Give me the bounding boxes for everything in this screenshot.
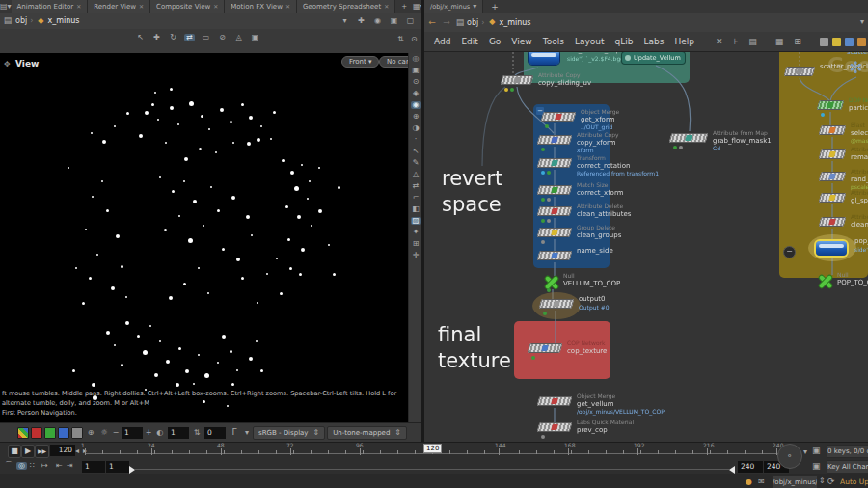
menu-help[interactable]: Help xyxy=(674,37,694,46)
contrast-icon[interactable]: ◐ xyxy=(154,429,166,437)
pose-icon[interactable]: △ xyxy=(411,171,421,178)
range-start-field[interactable]: 1 xyxy=(82,461,105,473)
bg-swatch-2[interactable] xyxy=(44,427,56,439)
black-field[interactable]: 0 xyxy=(204,427,226,439)
node-scatter_particles[interactable] xyxy=(784,67,816,76)
bg-swatch-3[interactable] xyxy=(58,427,69,439)
camera-icon[interactable]: ▣ xyxy=(250,34,260,41)
node-prev_cop[interactable] xyxy=(537,422,573,432)
caret-icon[interactable]: ▾ xyxy=(243,429,251,437)
brush-icon[interactable]: ✎ xyxy=(411,159,421,167)
range-slider-end-handle[interactable] xyxy=(729,466,735,474)
key-button[interactable]: ⚬ xyxy=(777,444,802,469)
node-rand_scale[interactable] xyxy=(819,172,847,181)
material-icon[interactable]: ◧ xyxy=(411,205,421,213)
current-frame-field[interactable]: 120 xyxy=(50,445,75,456)
grid-icon[interactable]: ▦ xyxy=(775,38,784,46)
menu-layout[interactable]: Layout xyxy=(575,37,605,46)
snapshot-icon[interactable]: ▣ xyxy=(411,67,421,74)
caret-icon[interactable]: ▾ xyxy=(860,18,864,26)
bulb-icon[interactable]: ◉ xyxy=(411,101,421,109)
auto-update-label[interactable]: Auto Up xyxy=(840,477,868,486)
bg-swatch-1[interactable] xyxy=(31,427,42,439)
cells-icon[interactable]: ⊞ xyxy=(794,38,801,46)
network-tab[interactable]: /obj/x_minus▾ xyxy=(424,0,483,13)
tab-geometry-spreadsheet[interactable]: Geometry Spreadsheet✕ xyxy=(297,0,395,13)
plus-icon[interactable]: + xyxy=(145,429,152,437)
range-slider-track[interactable] xyxy=(135,469,729,470)
caret-icon[interactable]: ▾ xyxy=(339,17,350,25)
node-name-label[interactable]: clean_attributes xyxy=(577,210,632,219)
close-icon[interactable]: ✕ xyxy=(285,3,290,10)
node-name-label[interactable]: POP_TO_COP xyxy=(837,279,868,287)
node-name-label[interactable]: copy_sliding_uv xyxy=(538,79,591,88)
node-name-label[interactable]: output0 xyxy=(579,295,610,304)
help-icon[interactable]: ⊙ xyxy=(411,36,418,43)
render-icon[interactable]: ◬ xyxy=(233,34,244,41)
handles-icon[interactable]: ⇄ xyxy=(411,182,421,190)
node-name-label[interactable]: get_xform xyxy=(581,116,619,124)
menu-labs[interactable]: Labs xyxy=(643,37,664,46)
link-icon[interactable]: ⇅ xyxy=(397,36,404,43)
maximize-icon[interactable]: ▦ xyxy=(413,3,420,11)
levels-icon[interactable]: ⇅ xyxy=(191,429,203,437)
node-name-label[interactable]: name_side xyxy=(577,247,613,256)
goto-start-icon[interactable]: ⇤ xyxy=(56,462,63,470)
node-name-label[interactable]: pop_cop_dv xyxy=(854,237,868,246)
scoped-channels-icon[interactable]: ▣ xyxy=(812,447,821,455)
range-slider-start-handle[interactable] xyxy=(129,466,135,474)
node-get_vellum[interactable] xyxy=(537,396,573,406)
viewport-3d[interactable]: ✥ View Front ▾ No cam ▾ ft mouse tumbles… xyxy=(0,53,421,422)
node-particles_fro[interactable] xyxy=(817,100,845,110)
node-correct_rotation[interactable] xyxy=(537,158,573,168)
network-canvas[interactable]: − Attribute Copycopy_sliding_uvrbd_vellu… xyxy=(424,52,868,442)
path-node[interactable]: x_minus xyxy=(47,16,79,25)
node-name-label[interactable]: get_vellum xyxy=(577,400,665,409)
menu-tools[interactable]: Tools xyxy=(543,37,564,46)
node-name_side[interactable] xyxy=(537,251,573,260)
collapse-minus-button[interactable]: − xyxy=(783,246,796,258)
box-select-icon[interactable]: ▭ xyxy=(201,34,211,41)
new-tab-button[interactable]: + xyxy=(483,2,506,12)
node-correct_xform[interactable] xyxy=(537,185,573,195)
visibility-icon[interactable]: ◎ xyxy=(411,55,421,63)
node-clean_pop_[interactable] xyxy=(819,217,847,227)
node-pop_cop_dv[interactable] xyxy=(816,241,847,256)
colorspace-dropdown[interactable]: sRGB - Display⇕ xyxy=(253,426,325,440)
star-icon[interactable]: ✦ xyxy=(411,229,421,236)
caret-icon[interactable]: ▾ xyxy=(803,448,807,456)
node-name-label[interactable]: clean_pop_ xyxy=(851,221,868,230)
pane-icon[interactable]: ▤ xyxy=(0,3,8,11)
tab-composite-view[interactable]: Composite View✕ xyxy=(150,0,225,13)
window-icon[interactable]: ▣ xyxy=(389,17,399,25)
node-VELLUM_TO_COP[interactable] xyxy=(544,276,559,289)
network-pin-icon[interactable]: ▤ xyxy=(0,16,15,25)
auto-key-icon[interactable]: ▣ xyxy=(812,462,821,471)
axis-icon[interactable]: ✛ xyxy=(411,252,421,259)
node-name-label[interactable]: particles_fro xyxy=(849,104,868,113)
refresh-icon[interactable]: ⟳ xyxy=(827,477,835,486)
node-copy_xform[interactable] xyxy=(537,135,573,145)
menu-add[interactable]: Add xyxy=(434,37,450,46)
message-icon[interactable]: ✉ xyxy=(758,478,765,486)
range-icon[interactable]: ↦ xyxy=(41,462,48,470)
handles-icon[interactable]: ⇄ xyxy=(184,34,195,41)
forward-icon[interactable]: → xyxy=(440,18,453,27)
tab-animation-editor[interactable]: Animation Editor✕ xyxy=(12,0,89,13)
node-name-label[interactable]: VELLUM_TO_COP xyxy=(563,280,620,288)
path-root[interactable]: obj xyxy=(15,16,27,25)
rotate-icon[interactable]: ↻ xyxy=(168,34,178,41)
node-get_xform[interactable] xyxy=(541,112,577,122)
minus-icon[interactable]: − xyxy=(112,429,120,437)
no-snap-icon[interactable]: ⊘ xyxy=(217,34,228,41)
node-name-label[interactable]: grab_flow_mask1 xyxy=(713,137,772,146)
move-icon[interactable]: ✚ xyxy=(151,34,162,41)
note-icon-3[interactable] xyxy=(857,38,866,46)
dot-icon[interactable]: · xyxy=(411,136,421,144)
corner-icon[interactable]: ⌐ xyxy=(411,194,421,202)
goto-end-icon[interactable]: ⇥ xyxy=(67,462,73,470)
node-name-label[interactable]: correct_xform xyxy=(577,189,623,198)
node-output0[interactable] xyxy=(539,299,575,309)
realtime-icon[interactable]: ◎ xyxy=(16,462,27,470)
node-name-label[interactable]: rand_scale xyxy=(851,176,868,184)
